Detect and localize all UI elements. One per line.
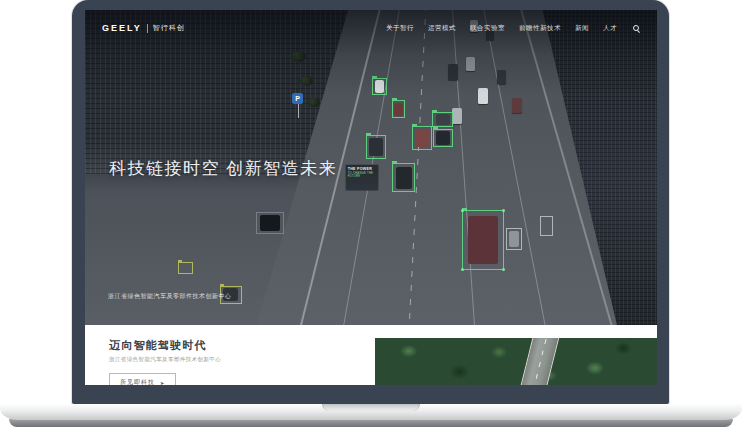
section-subtitle: 浙江省绿色智能汽车及零部件技术创新中心 [109,356,221,363]
browser-viewport: THE POWER TO CHANGE THE FUTURE P GEELY 智… [85,10,657,385]
arrow-right-icon: ➤ [160,380,165,386]
laptop-notch [322,404,420,411]
forest-road-image [375,338,657,385]
section-heading: 迈向智能驾驶时代 [109,338,221,353]
nav-item-1[interactable]: 运营模式 [428,24,456,33]
intro-text-block: 迈向智能驾驶时代 浙江省绿色智能汽车及零部件技术创新中心 所见即科技 ➤ [109,338,221,385]
site-header: GEELY 智行科创 关于智行运营模式联合实验室前瞻性新技术新闻人才 [85,10,657,33]
search-icon[interactable] [633,25,639,31]
laptop-base [0,404,742,420]
laptop-base-shadow [9,419,733,427]
nav-item-3[interactable]: 前瞻性新技术 [519,24,561,33]
logo-divider [147,24,148,33]
hero-headline: 科技链接时空 创新智造未来 [109,157,337,180]
forest-road-stripe [519,338,561,385]
nav-item-4[interactable]: 新闻 [575,24,589,33]
logo-brand: GEELY [102,23,142,33]
logo[interactable]: GEELY 智行科创 [102,23,185,33]
nav-item-5[interactable]: 人才 [603,24,617,33]
intro-section: 迈向智能驾驶时代 浙江省绿色智能汽车及零部件技术创新中心 所见即科技 ➤ [85,325,657,385]
hero-caption: 浙江省绿色智能汽车及零部件技术创新中心 [108,292,232,301]
learn-more-button[interactable]: 所见即科技 ➤ [109,373,176,385]
main-nav: 关于智行运营模式联合实验室前瞻性新技术新闻人才 [386,24,639,33]
learn-more-label: 所见即科技 [120,378,155,385]
hero-section: THE POWER TO CHANGE THE FUTURE P GEELY 智… [85,10,657,325]
nav-item-2[interactable]: 联合实验室 [470,24,505,33]
laptop-mockup: THE POWER TO CHANGE THE FUTURE P GEELY 智… [0,0,742,429]
laptop-screen: THE POWER TO CHANGE THE FUTURE P GEELY 智… [72,0,669,404]
logo-suffix: 智行科创 [153,23,185,33]
nav-item-0[interactable]: 关于智行 [386,24,414,33]
